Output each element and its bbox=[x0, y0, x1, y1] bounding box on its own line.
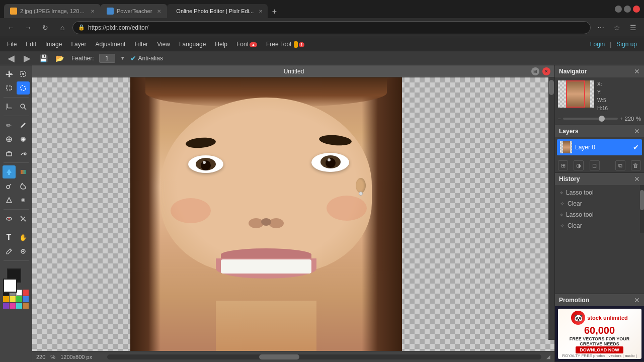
signup-button[interactable]: Sign up bbox=[612, 39, 641, 49]
browser-tab-2[interactable]: PowerTeacher ✕ bbox=[101, 4, 167, 18]
zoom-tool[interactable] bbox=[17, 100, 30, 113]
menu-button[interactable]: ☰ bbox=[626, 21, 640, 35]
crop-tool[interactable] bbox=[3, 100, 16, 113]
swatch-pink[interactable] bbox=[10, 303, 16, 309]
zoom-slider[interactable] bbox=[563, 118, 618, 120]
swatch-red[interactable] bbox=[23, 290, 29, 296]
swatch-brown[interactable] bbox=[23, 303, 29, 309]
open-icon[interactable]: 📂 bbox=[52, 51, 66, 65]
canvas-scroll-h[interactable] bbox=[107, 354, 541, 359]
navigator-panel-header[interactable]: Navigator ✕ bbox=[555, 65, 644, 77]
swatch-yellow[interactable] bbox=[10, 296, 16, 302]
menu-help[interactable]: Help bbox=[211, 39, 231, 49]
minimize-button[interactable] bbox=[615, 6, 622, 13]
history-panel-header[interactable]: History ✕ bbox=[555, 173, 644, 185]
swatch-orange[interactable] bbox=[3, 296, 9, 302]
history-scroll-thumb[interactable] bbox=[640, 190, 644, 210]
burn-tool[interactable] bbox=[17, 179, 30, 193]
hand-tool[interactable]: ✋ bbox=[17, 231, 30, 244]
history-scrollbar[interactable] bbox=[640, 185, 644, 233]
prev-button[interactable]: ◀ bbox=[4, 51, 18, 65]
promo-banner[interactable]: 🐼 stock unlimited 60,000 FREE VECTORS FO… bbox=[558, 309, 641, 359]
layer-visibility-0[interactable]: ✔ bbox=[633, 143, 639, 151]
browser-tab-3[interactable]: Online Photo Editor | Pixlr Edi... ✕ bbox=[167, 4, 268, 18]
zoom-out-icon[interactable]: − bbox=[558, 116, 561, 122]
menu-font[interactable]: Font▲ bbox=[232, 39, 261, 49]
transform-tool[interactable] bbox=[17, 212, 30, 225]
promotion-content[interactable]: 🐼 stock unlimited 60,000 FREE VECTORS FO… bbox=[555, 306, 644, 361]
menu-view[interactable]: View bbox=[153, 39, 174, 49]
layer-item-0[interactable]: Layer 0 ✔ bbox=[557, 139, 642, 155]
menu-filter[interactable]: Filter bbox=[130, 39, 152, 49]
text-tool[interactable]: T bbox=[3, 231, 16, 244]
eyedropper-tool[interactable] bbox=[3, 245, 16, 258]
layer-new-adjustment[interactable]: ◑ bbox=[574, 160, 584, 170]
anti-alias-toggle[interactable]: ✔ Anti-alias bbox=[130, 54, 163, 62]
sharpen-tool[interactable] bbox=[3, 194, 16, 207]
rect-select-tool[interactable] bbox=[3, 81, 16, 95]
menu-layer[interactable]: Layer bbox=[67, 39, 90, 49]
address-bar[interactable]: 🔒 https://pixlr.com/editor/ bbox=[72, 21, 591, 34]
canvas-close-button[interactable]: ✕ bbox=[542, 67, 550, 75]
brush-tool[interactable] bbox=[17, 119, 30, 132]
layer-duplicate[interactable]: ⧉ bbox=[615, 160, 625, 170]
menu-language[interactable]: Language bbox=[175, 39, 210, 49]
eraser-tool[interactable] bbox=[3, 147, 16, 160]
history-item-1[interactable]: ✧ Clear bbox=[557, 198, 638, 209]
canvas-scroll-v[interactable] bbox=[548, 77, 554, 340]
blur-tool[interactable] bbox=[17, 194, 30, 207]
move-tool[interactable] bbox=[3, 67, 16, 80]
login-button[interactable]: Login bbox=[586, 39, 609, 49]
home-button[interactable]: ⌂ bbox=[55, 21, 69, 35]
forward-button[interactable]: → bbox=[21, 21, 35, 35]
back-button[interactable]: ← bbox=[4, 21, 18, 35]
browser-tab-1[interactable]: 2.jpg (JPEG Image, 1200 × 800 ✕ bbox=[4, 4, 101, 18]
bookmark-button[interactable]: ☆ bbox=[610, 21, 624, 35]
canvas-restore-button[interactable]: ⊞ bbox=[531, 67, 539, 75]
menu-file[interactable]: File bbox=[3, 39, 21, 49]
history-item-0[interactable]: ⌖ Lasso tool bbox=[557, 187, 638, 198]
layers-close[interactable]: ✕ bbox=[634, 127, 640, 135]
swatch-cyan[interactable] bbox=[16, 303, 22, 309]
zoom-in-icon[interactable]: + bbox=[620, 116, 623, 122]
layer-delete[interactable]: 🗑 bbox=[631, 160, 641, 170]
smudge-tool[interactable] bbox=[17, 147, 30, 160]
fill-color-btn[interactable] bbox=[3, 165, 16, 178]
promo-cta-button[interactable]: DOWNLOAD NOW bbox=[576, 346, 623, 353]
navigator-close[interactable]: ✕ bbox=[634, 67, 640, 75]
new-tab-button[interactable]: + bbox=[268, 5, 281, 18]
feather-value[interactable]: 1 bbox=[99, 54, 115, 63]
canvas-scroll-thumb-v[interactable] bbox=[549, 80, 554, 95]
maximize-button[interactable] bbox=[624, 6, 631, 13]
red-eye-tool[interactable] bbox=[3, 212, 16, 225]
next-button[interactable]: ▶ bbox=[20, 51, 34, 65]
save-icon[interactable]: 💾 bbox=[36, 51, 50, 65]
gradient-tool[interactable] bbox=[17, 165, 30, 178]
history-item-2[interactable]: ⌖ Lasso tool bbox=[557, 209, 638, 220]
menu-free-tool[interactable]: Free Tool 1 bbox=[262, 39, 308, 49]
feather-dropdown-icon[interactable]: ▼ bbox=[120, 55, 125, 61]
close-button[interactable] bbox=[633, 6, 640, 13]
reload-button[interactable]: ↻ bbox=[38, 21, 52, 35]
dodge-tool[interactable] bbox=[3, 179, 16, 193]
swatch-green[interactable] bbox=[16, 296, 22, 302]
clone-tool[interactable] bbox=[3, 133, 16, 146]
canvas-photo-area[interactable] bbox=[130, 77, 402, 351]
quick-select-tool[interactable] bbox=[17, 67, 30, 80]
history-close[interactable]: ✕ bbox=[634, 175, 640, 183]
menu-edit[interactable]: Edit bbox=[22, 39, 40, 49]
layers-panel-header[interactable]: Layers ✕ bbox=[555, 125, 644, 137]
pencil-tool[interactable]: ✏ bbox=[3, 119, 16, 132]
zoom-slider-thumb[interactable] bbox=[599, 116, 605, 122]
tab1-close[interactable]: ✕ bbox=[91, 9, 95, 14]
layer-mask[interactable]: ◻ bbox=[590, 160, 600, 170]
history-item-3[interactable]: ✧ Clear bbox=[557, 220, 638, 231]
tab2-close[interactable]: ✕ bbox=[157, 9, 161, 14]
lasso-tool[interactable] bbox=[17, 81, 30, 95]
canvas-scroll-thumb-h[interactable] bbox=[259, 354, 299, 359]
menu-image[interactable]: Image bbox=[41, 39, 66, 49]
swatch-white[interactable] bbox=[16, 290, 22, 296]
tab3-close[interactable]: ✕ bbox=[259, 9, 263, 14]
layer-new-group[interactable]: ⊞ bbox=[558, 160, 568, 170]
extensions-button[interactable]: ⋯ bbox=[594, 21, 608, 35]
